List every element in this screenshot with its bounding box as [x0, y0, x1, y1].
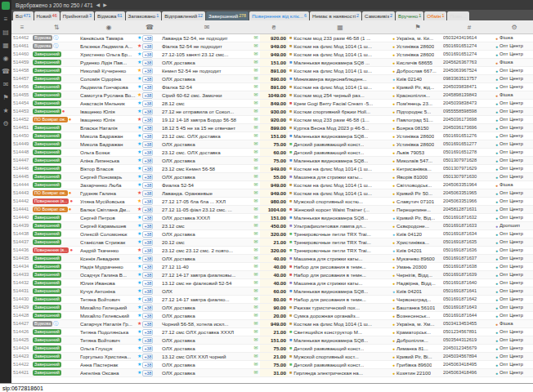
table-row[interactable]: 514460ЗавершенийХристенко Ольга Бр...★+3… — [11, 51, 533, 59]
message-icon[interactable]: ✉ — [252, 206, 260, 213]
clients-icon[interactable]: ◉ — [3, 55, 9, 62]
table-row[interactable]: 514452ПО Возврат ож.●Іващенко Юлія★+3819… — [11, 116, 533, 124]
price-column-icon[interactable]: ₴ — [260, 24, 288, 31]
info-icon[interactable]: ⓘ — [53, 43, 58, 49]
message-icon[interactable]: ✉ — [252, 230, 260, 238]
star-icon[interactable]: ★ — [137, 329, 141, 335]
star-icon[interactable]: ★ — [137, 198, 141, 204]
products-column-icon[interactable]: ▦ — [288, 24, 392, 31]
table-row[interactable]: 514459ЗавершенийРуденко Лідія Пав...★+38… — [11, 59, 533, 67]
star-icon[interactable]: ★ — [137, 158, 141, 163]
settings-icon[interactable]: ⚙ — [2, 120, 8, 127]
star-icon[interactable]: ★ — [137, 215, 141, 220]
table-row[interactable]: 514429ЗавершенийМихайло Гилецький★+38ОЛХ… — [11, 304, 533, 312]
table-row[interactable]: 514447ЗавершенийАліна Липенська★+38ОЛХ д… — [11, 157, 533, 165]
message-icon[interactable]: ✉ — [252, 345, 260, 352]
ttn-column-icon[interactable]: # — [443, 24, 495, 31]
message-icon[interactable]: ✉ — [252, 353, 260, 360]
star-icon[interactable]: ★ — [137, 149, 141, 155]
table-row[interactable]: 514430ЗавершенийТетяна Войтович★+3827.12… — [11, 296, 533, 304]
star-icon[interactable]: ★ — [137, 296, 141, 302]
star-icon[interactable]: ★ — [137, 272, 141, 278]
table-row[interactable]: 514434ЗавершенийНадія Мудраченко★+3827.1… — [11, 263, 533, 271]
star-icon[interactable]: ★ — [137, 256, 141, 261]
star-icon[interactable]: ★ — [137, 337, 141, 343]
star-icon[interactable]: ★ — [137, 321, 141, 327]
star-icon[interactable]: ★ — [137, 76, 141, 82]
table-row[interactable]: 514454ЗавершенийАнастасія Мельник★+3828.… — [11, 100, 533, 108]
alert-icon[interactable]: ● — [69, 247, 73, 253]
clients-column-icon[interactable]: ◉ — [80, 24, 137, 31]
table-row[interactable]: 514450ЗавершенийМикола Бадражан★+3823.12… — [11, 132, 533, 140]
tab-немає-в-наявності[interactable]: Немає в наявності2 — [310, 11, 361, 20]
message-icon[interactable]: ✉ — [252, 116, 260, 123]
star-icon[interactable]: ★ — [137, 182, 141, 188]
table-row[interactable]: 514425ЗавершенийТетяна Войтович★+38ОЛХ д… — [11, 336, 533, 345]
star-icon[interactable]: ★ — [137, 125, 141, 131]
message-icon[interactable]: ✉ — [252, 42, 260, 50]
tab-відправлений[interactable]: Відправлений12 — [162, 11, 205, 20]
star-icon[interactable]: ★ — [137, 247, 141, 253]
message-icon[interactable]: ✉ — [252, 214, 260, 221]
star-icon[interactable]: ★ — [137, 174, 141, 180]
table-row[interactable]: 514437ЗавершенийСтаніслав Стрижак★+3820.… — [11, 238, 533, 247]
table-row[interactable]: 514427ВідмоваⓘСатарчук Наталія Гр...★+38… — [11, 320, 533, 328]
message-icon[interactable]: ✉ — [252, 238, 260, 246]
table-row[interactable]: 514442Повернення (в...●Уляна Мусійовська… — [11, 198, 533, 206]
star-icon[interactable]: ★ — [137, 84, 141, 90]
message-icon[interactable]: ✉ — [252, 336, 260, 344]
star-icon[interactable]: ★ — [137, 239, 141, 245]
table-row[interactable]: 514451ЗавершенийВласюк Наталія★+3818.12 … — [11, 124, 533, 132]
message-icon[interactable]: ✉ — [252, 157, 260, 164]
star-icon[interactable]: ★ — [137, 68, 141, 74]
table-row[interactable]: 514433ЗавершенийОсадчук Галина В...★+382… — [11, 271, 533, 279]
table-row[interactable]: 514449ЗавершенийМикола Бадражан★+38ОЛХ д… — [11, 140, 533, 149]
info-icon[interactable]: ⓘ — [53, 35, 58, 41]
message-icon[interactable]: ✉ — [252, 296, 260, 303]
star-icon[interactable]: ★ — [137, 43, 141, 49]
message-icon[interactable]: ✉ — [252, 328, 260, 336]
table-row[interactable]: 514446ЗавершенийВіктор Власов★+3823.12 с… — [11, 165, 533, 173]
message-icon[interactable]: ✉ — [252, 149, 260, 156]
star-icon[interactable]: ★ — [137, 370, 141, 376]
message-icon[interactable]: ✉ — [252, 361, 260, 368]
star-icon[interactable]: ★ — [137, 313, 141, 318]
message-icon[interactable]: ✉ — [252, 91, 260, 99]
table-row[interactable]: 514432ЗавершенийЮлия Иванова★+3813.12 см… — [11, 279, 533, 287]
flags-icon[interactable]: ⚑ — [2, 94, 8, 101]
message-icon[interactable]: ✉ — [252, 124, 260, 131]
message-icon[interactable]: ✉ — [252, 279, 260, 287]
table-row[interactable]: 514422ЗавершенийАнна Пастернак★+38ОЛХ до… — [11, 361, 533, 369]
message-icon[interactable]: ✉ — [252, 222, 260, 229]
table-row[interactable]: 514428ЗавершенийМихайло Гилевський★+38ОЛ… — [11, 312, 533, 320]
star-icon[interactable]: ★ — [137, 109, 141, 114]
star-icon[interactable]: ★ — [137, 354, 141, 359]
message-icon[interactable]: ✉ — [252, 59, 260, 66]
message-icon[interactable]: ✉ — [252, 51, 260, 58]
message-icon[interactable]: ✉ — [252, 263, 260, 270]
star-icon[interactable]: ★ — [137, 190, 141, 196]
app-logo[interactable] — [2, 2, 10, 10]
star-icon[interactable]: ★ — [137, 231, 141, 237]
star-icon[interactable]: ★ — [137, 264, 141, 270]
table-row[interactable]: 514421ЗавершенийАнгеліна Оксана★+38ОЛХ д… — [11, 369, 533, 377]
message-icon[interactable]: ✉ — [252, 247, 260, 254]
tab-самовивіз[interactable]: Самовивіз2 — [362, 11, 395, 20]
table-row[interactable]: 514462ВідмоваⓘКанєвська Тамара★+38Лаванд… — [11, 34, 533, 42]
message-icon[interactable]: ✉ — [252, 173, 260, 180]
alert-icon[interactable]: ● — [69, 198, 73, 204]
message-icon[interactable]: ✉ — [252, 198, 260, 205]
message-icon[interactable]: ✉ — [252, 140, 260, 148]
alert-icon[interactable]: ● — [69, 117, 72, 122]
message-icon[interactable]: ✉ — [252, 369, 260, 376]
next-page-button[interactable]: ▶ — [103, 2, 107, 7]
star-icon[interactable]: ★ — [137, 60, 141, 65]
star-icon[interactable]: ★ — [137, 35, 141, 41]
alert-icon[interactable]: ● — [69, 207, 72, 212]
table-row[interactable]: 514453Завершений●Іващенко Юлія★+3827.12 … — [11, 108, 533, 116]
table-row[interactable]: 514441ПО Возврат ож.●Балюк Світлана Дм..… — [11, 206, 533, 214]
table-row[interactable]: 514457ЗавершенийСоломія Сідоріна★+38ОЛХ … — [11, 75, 533, 83]
phone-column-icon[interactable]: ☎ — [137, 24, 162, 31]
star-icon[interactable]: ★ — [137, 280, 141, 286]
table-row[interactable]: 514440ЗавершенийСергей Петров★+38ОЛХ дос… — [11, 214, 533, 222]
